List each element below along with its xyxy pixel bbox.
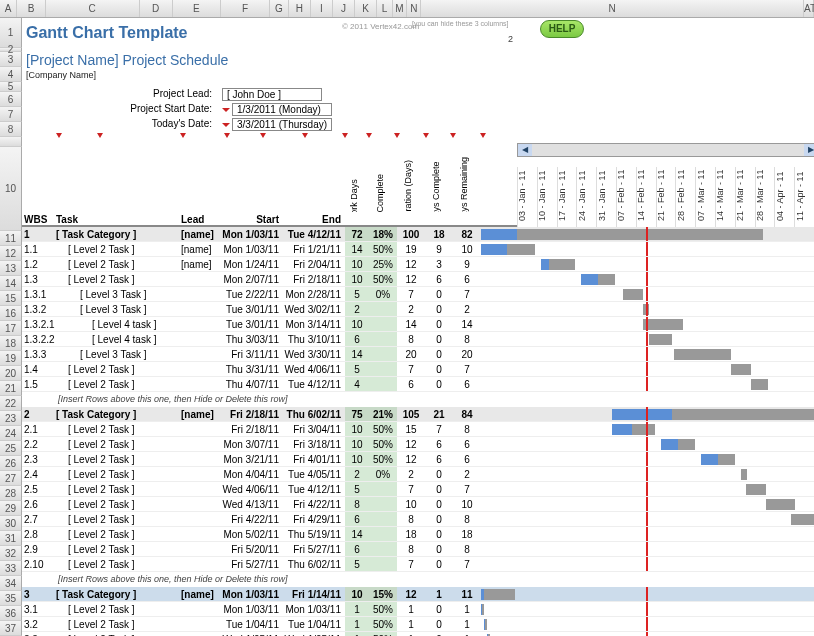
percent-cell[interactable] xyxy=(369,317,397,331)
end-cell[interactable]: Fri 4/01/11 xyxy=(283,452,345,466)
end-cell[interactable]: Mon 3/14/11 xyxy=(283,317,345,331)
row-header-27[interactable]: 27 xyxy=(0,471,22,486)
duration-cell[interactable]: 8 xyxy=(397,512,425,526)
days-complete-cell[interactable]: 1 xyxy=(425,587,453,601)
end-cell[interactable]: Fri 2/04/11 xyxy=(283,257,345,271)
task-row[interactable]: 2.1[ Level 2 Task ]Fri 2/18/11Fri 3/04/1… xyxy=(22,422,814,437)
percent-cell[interactable]: 0% xyxy=(369,467,397,481)
task-name-cell[interactable]: [ Task Category ] xyxy=(56,587,181,601)
wbs-cell[interactable]: 1.2 xyxy=(22,257,56,271)
lead-cell[interactable] xyxy=(181,302,221,316)
row-header-19[interactable]: 19 xyxy=(0,351,22,366)
col-header-F[interactable]: F xyxy=(221,0,270,17)
workdays-cell[interactable]: 75 xyxy=(345,407,369,421)
start-cell[interactable]: Fri 2/18/11 xyxy=(221,422,283,436)
days-remaining-cell[interactable]: 20 xyxy=(453,347,481,361)
end-cell[interactable]: Fri 3/18/11 xyxy=(283,437,345,451)
end-cell[interactable]: Fri 1/14/11 xyxy=(283,587,345,601)
task-name-cell[interactable]: [ Level 2 Task ] xyxy=(56,362,181,376)
duration-cell[interactable]: 18 xyxy=(397,527,425,541)
percent-cell[interactable]: 50% xyxy=(369,422,397,436)
days-complete-cell[interactable]: 21 xyxy=(425,407,453,421)
task-name-cell[interactable]: [ Level 3 Task ] xyxy=(56,347,181,361)
task-row[interactable]: 1[ Task Category ][name]Mon 1/03/11Tue 4… xyxy=(22,227,814,242)
workdays-cell[interactable]: 6 xyxy=(345,542,369,556)
duration-cell[interactable]: 19 xyxy=(397,242,425,256)
task-row[interactable]: 2.9[ Level 2 Task ]Fri 5/20/11Fri 5/27/1… xyxy=(22,542,814,557)
wbs-cell[interactable]: 1.3 xyxy=(22,272,56,286)
workdays-cell[interactable]: 5 xyxy=(345,362,369,376)
task-name-cell[interactable]: [ Level 2 Task ] xyxy=(56,632,181,636)
today-date-value[interactable]: 3/3/2011 (Thursday) xyxy=(232,118,332,131)
wbs-cell[interactable]: 2.3 xyxy=(22,452,56,466)
row-header-11[interactable]: 11 xyxy=(0,231,22,246)
col-header-K[interactable]: K xyxy=(355,0,377,17)
task-row[interactable]: 1.3.2.2[ Level 4 task ]Thu 3/03/11Thu 3/… xyxy=(22,332,814,347)
lead-cell[interactable]: [name] xyxy=(181,587,221,601)
date-header-cell[interactable]: 07 - Feb - 11 xyxy=(616,167,636,227)
row-header-35[interactable]: 35 xyxy=(0,591,22,606)
wbs-cell[interactable]: 1.3.1 xyxy=(22,287,56,301)
lead-cell[interactable] xyxy=(181,317,221,331)
end-cell[interactable]: Wed 4/06/11 xyxy=(283,362,345,376)
date-header-cell[interactable]: 24 - Jan - 11 xyxy=(576,167,596,227)
date-header-cell[interactable]: 21 - Feb - 11 xyxy=(656,167,676,227)
row-header-36[interactable]: 36 xyxy=(0,606,22,621)
end-cell[interactable]: Fri 1/21/11 xyxy=(283,242,345,256)
workdays-cell[interactable]: 8 xyxy=(345,497,369,511)
end-cell[interactable]: Wed 1/05/11 xyxy=(283,632,345,636)
header-task[interactable]: Task xyxy=(56,212,181,225)
row-header-12[interactable]: 12 xyxy=(0,246,22,261)
start-cell[interactable]: Tue 2/22/11 xyxy=(221,287,283,301)
wbs-cell[interactable]: 1.4 xyxy=(22,362,56,376)
workdays-cell[interactable]: 1 xyxy=(345,602,369,616)
days-remaining-cell[interactable]: 8 xyxy=(453,542,481,556)
workdays-cell[interactable]: 72 xyxy=(345,227,369,241)
wbs-cell[interactable]: 3 xyxy=(22,587,56,601)
row-header-3[interactable]: 3 xyxy=(0,52,22,67)
task-row[interactable]: 1.5[ Level 2 Task ]Thu 4/07/11Tue 4/12/1… xyxy=(22,377,814,392)
start-cell[interactable]: Fri 5/20/11 xyxy=(221,542,283,556)
wbs-cell[interactable]: 1.5 xyxy=(22,377,56,391)
task-row[interactable]: 3.3[ Level 2 Task ]Wed 1/05/11Wed 1/05/1… xyxy=(22,632,814,636)
workdays-cell[interactable]: 5 xyxy=(345,557,369,571)
task-name-cell[interactable]: [ Level 2 Task ] xyxy=(56,617,181,631)
workdays-cell[interactable]: 4 xyxy=(345,377,369,391)
days-remaining-cell[interactable]: 2 xyxy=(453,302,481,316)
duration-cell[interactable]: 12 xyxy=(397,257,425,271)
percent-cell[interactable]: 25% xyxy=(369,257,397,271)
row-header-32[interactable]: 32 xyxy=(0,546,22,561)
percent-cell[interactable]: 50% xyxy=(369,272,397,286)
workdays-cell[interactable]: 10 xyxy=(345,587,369,601)
start-cell[interactable]: Mon 2/07/11 xyxy=(221,272,283,286)
company-name[interactable]: [Company Name] xyxy=(26,70,814,80)
percent-cell[interactable] xyxy=(369,527,397,541)
workdays-cell[interactable]: 10 xyxy=(345,257,369,271)
col-header-C[interactable]: C xyxy=(46,0,140,17)
duration-cell[interactable]: 7 xyxy=(397,287,425,301)
duration-cell[interactable]: 100 xyxy=(397,227,425,241)
project-lead-value[interactable]: [ John Doe ] xyxy=(222,88,322,101)
start-cell[interactable]: Wed 4/13/11 xyxy=(221,497,283,511)
duration-cell[interactable]: 6 xyxy=(397,377,425,391)
date-header-cell[interactable]: 17 - Jan - 11 xyxy=(557,167,577,227)
percent-cell[interactable] xyxy=(369,377,397,391)
start-cell[interactable]: Mon 1/03/11 xyxy=(221,602,283,616)
duration-cell[interactable]: 2 xyxy=(397,467,425,481)
end-cell[interactable]: Fri 3/04/11 xyxy=(283,422,345,436)
days-remaining-cell[interactable]: 11 xyxy=(453,587,481,601)
lead-cell[interactable] xyxy=(181,617,221,631)
lead-cell[interactable] xyxy=(181,332,221,346)
days-complete-cell[interactable]: 0 xyxy=(425,617,453,631)
task-name-cell[interactable]: [ Level 2 Task ] xyxy=(56,242,181,256)
days-remaining-cell[interactable]: 7 xyxy=(453,482,481,496)
percent-cell[interactable]: 21% xyxy=(369,407,397,421)
task-name-cell[interactable]: [ Level 2 Task ] xyxy=(56,527,181,541)
task-name-cell[interactable]: [ Level 2 Task ] xyxy=(56,602,181,616)
start-cell[interactable]: Thu 3/03/11 xyxy=(221,332,283,346)
row-header-10[interactable]: 10 xyxy=(0,147,22,231)
wbs-cell[interactable]: 2.6 xyxy=(22,497,56,511)
workdays-cell[interactable]: 2 xyxy=(345,302,369,316)
col-header-AT[interactable]: AT xyxy=(804,0,814,17)
days-complete-cell[interactable]: 6 xyxy=(425,437,453,451)
